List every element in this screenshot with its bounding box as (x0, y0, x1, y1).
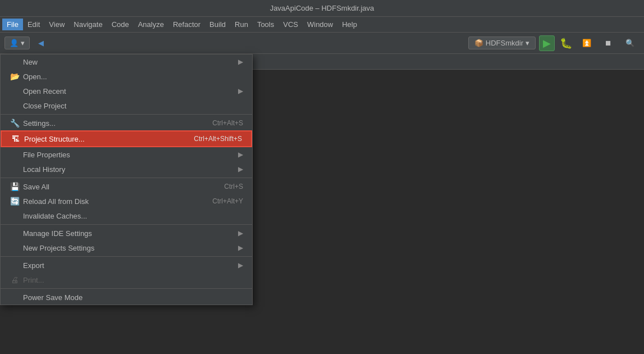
reload-disk-shortcut: Ctrl+Alt+Y (212, 197, 243, 205)
save-all-label: Save All (23, 183, 213, 191)
open-icon: 📂 (10, 72, 20, 81)
separator-5 (1, 288, 252, 289)
local-history-arrow: ▶ (238, 165, 243, 173)
run-icon: ▶ (543, 37, 551, 49)
menu-item-close-project[interactable]: Close Project (1, 98, 252, 113)
power-save-label: Power Save Mode (23, 293, 243, 302)
menu-item-reload-disk[interactable]: 🔄 Reload All from Disk Ctrl+Alt+Y (1, 194, 252, 208)
stop-button[interactable]: ⏹ (600, 37, 617, 49)
settings-icon: 🔧 (10, 119, 20, 128)
menu-item-new-projects[interactable]: New Projects Settings ▶ (1, 240, 252, 255)
close-project-label: Close Project (23, 102, 243, 110)
menu-bar: File Edit View Navigate Code Analyze Ref… (0, 17, 644, 33)
separator-4 (1, 256, 252, 257)
save-all-shortcut: Ctrl+S (224, 183, 243, 190)
separator-3 (1, 224, 252, 225)
separator-2 (1, 178, 252, 178)
project-structure-label: Project Structure... (24, 135, 182, 143)
menu-window[interactable]: Window (303, 19, 337, 30)
run-config-dropdown[interactable]: 📦 HDFSmkdir ▾ (468, 37, 536, 49)
debug-button[interactable]: 🐛 (558, 35, 574, 51)
profile-icon: 👤 (10, 39, 19, 47)
menu-tools[interactable]: Tools (253, 19, 278, 30)
open-recent-arrow: ▶ (238, 87, 243, 95)
save-all-icon: 💾 (10, 182, 20, 191)
menu-item-open[interactable]: 📂 Open... (1, 69, 252, 84)
settings-label: Settings... (23, 119, 201, 128)
menu-item-new[interactable]: New ▶ (1, 55, 252, 69)
print-label: Print... (23, 276, 243, 284)
profile-dropdown-icon: ▾ (21, 39, 25, 47)
new-projects-label: New Projects Settings (23, 244, 234, 252)
search-button[interactable]: 🔍 (620, 37, 640, 49)
coverage-icon: ⏫ (582, 39, 591, 47)
menu-item-local-history[interactable]: Local History ▶ (1, 162, 252, 176)
project-structure-shortcut: Ctrl+Alt+Shift+S (194, 135, 242, 143)
menu-item-project-structure[interactable]: 🏗 Project Structure... Ctrl+Alt+Shift+S (1, 130, 252, 147)
file-properties-label: File Properties (23, 151, 234, 159)
run-config-icon: 📦 (474, 39, 483, 47)
menu-edit[interactable]: Edit (23, 19, 44, 30)
reload-disk-label: Reload All from Disk (23, 197, 201, 206)
local-history-label: Local History (23, 165, 234, 174)
separator-1 (1, 114, 252, 115)
export-arrow: ▶ (238, 261, 243, 269)
menu-help[interactable]: Help (337, 19, 362, 30)
new-projects-arrow: ▶ (238, 244, 243, 252)
menu-navigate[interactable]: Navigate (69, 19, 107, 30)
open-label: Open... (23, 72, 243, 81)
manage-ide-arrow: ▶ (238, 229, 243, 237)
main-area: New ▶ 📂 Open... Open Recent ▶ Close Proj… (0, 54, 644, 354)
menu-build[interactable]: Build (205, 19, 230, 30)
title-bar: JavaApiCode – HDFSmkdir.java (0, 0, 644, 17)
toolbar: 👤 ▾ ◀ 📦 HDFSmkdir ▾ ▶ 🐛 ⏫ ⏹ 🔍 (0, 33, 644, 54)
menu-item-save-all[interactable]: 💾 Save All Ctrl+S (1, 179, 252, 194)
menu-vcs[interactable]: VCS (278, 19, 303, 30)
export-label: Export (23, 261, 234, 270)
menu-item-file-properties[interactable]: File Properties ▶ (1, 147, 252, 162)
open-recent-label: Open Recent (23, 87, 234, 96)
menu-run[interactable]: Run (230, 19, 253, 30)
run-button[interactable]: ▶ (539, 35, 555, 51)
back-icon: ◀ (38, 39, 44, 47)
back-button[interactable]: ◀ (33, 37, 49, 49)
settings-shortcut: Ctrl+Alt+S (212, 119, 243, 127)
menu-code[interactable]: Code (107, 19, 134, 30)
menu-file[interactable]: File (2, 19, 23, 30)
profile-button[interactable]: 👤 ▾ (4, 37, 30, 49)
coverage-button[interactable]: ⏫ (577, 37, 596, 49)
run-config-arrow: ▾ (526, 39, 529, 47)
reload-disk-icon: 🔄 (10, 197, 20, 206)
menu-analyze[interactable]: Analyze (134, 19, 168, 30)
new-arrow: ▶ (238, 58, 243, 66)
menu-item-manage-ide[interactable]: Manage IDE Settings ▶ (1, 226, 252, 240)
menu-item-settings[interactable]: 🔧 Settings... Ctrl+Alt+S (1, 116, 252, 130)
menu-item-open-recent[interactable]: Open Recent ▶ (1, 84, 252, 98)
menu-item-invalidate[interactable]: Invalidate Caches... (1, 208, 252, 223)
menu-item-export[interactable]: Export ▶ (1, 258, 252, 273)
search-icon: 🔍 (625, 39, 634, 47)
print-icon: 🖨 (10, 275, 20, 284)
window-title: JavaApiCode – HDFSmkdir.java (270, 4, 374, 12)
run-config-label: HDFSmkdir (486, 39, 523, 47)
file-properties-arrow: ▶ (238, 151, 243, 158)
file-menu-dropdown: New ▶ 📂 Open... Open Recent ▶ Close Proj… (0, 54, 253, 305)
debug-icon: 🐛 (560, 37, 572, 49)
invalidate-label: Invalidate Caches... (23, 212, 243, 220)
new-label: New (23, 58, 234, 66)
menu-item-power-save[interactable]: Power Save Mode (1, 290, 252, 305)
menu-item-print: 🖨 Print... (1, 273, 252, 287)
project-structure-icon: 🏗 (11, 134, 21, 143)
menu-view[interactable]: View (44, 19, 69, 30)
menu-refactor[interactable]: Refactor (168, 19, 205, 30)
manage-ide-label: Manage IDE Settings (23, 229, 234, 238)
stop-icon: ⏹ (605, 39, 612, 47)
